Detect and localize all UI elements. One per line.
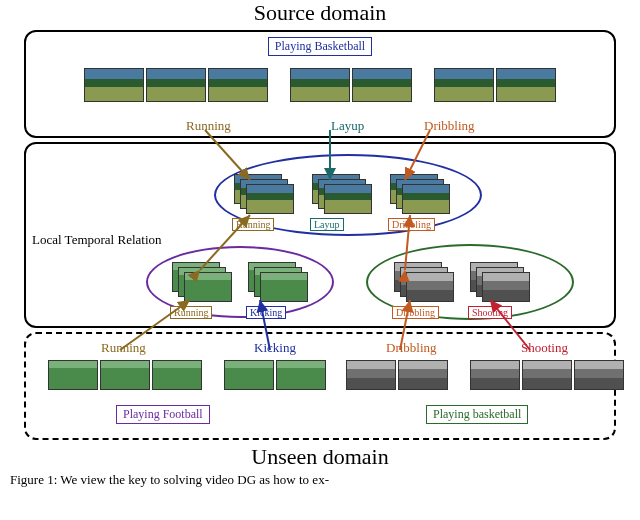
stack-running-fb [172, 262, 232, 302]
unseen-caption-right: Playing basketball [426, 405, 528, 424]
video-thumb [224, 360, 274, 390]
source-domain-title: Source domain [0, 0, 640, 26]
video-thumb [434, 68, 494, 102]
stack-shooting [470, 262, 530, 302]
stack-dribbling [390, 174, 450, 214]
caption-layup: Layup [310, 218, 344, 231]
stack-layup [312, 174, 372, 214]
caption-dribbling: Dribbling [392, 306, 439, 319]
caption-shooting: Shooting [468, 306, 512, 319]
figure-caption: Figure 1: We view the key to solving vid… [0, 470, 640, 488]
source-thumbs-running [84, 68, 268, 102]
video-thumb [276, 360, 326, 390]
unseen-caption-left: Playing Football [116, 405, 210, 424]
label-running: Running [101, 340, 146, 356]
source-domain-box: Playing Basketball Running Layup Dribbli… [24, 30, 616, 138]
caption-kicking: Kicking [246, 306, 286, 319]
source-thumbs-layup [290, 68, 412, 102]
side-label-local-temporal: Local Temporal Relation [32, 232, 162, 248]
group-left: Running Kicking [172, 262, 308, 320]
video-thumb [398, 360, 448, 390]
middle-box: Local Temporal Relation Running Layup Dr… [24, 142, 616, 328]
video-thumb [522, 360, 572, 390]
source-thumbs-row [26, 68, 614, 102]
video-thumb [574, 360, 624, 390]
video-thumb [352, 68, 412, 102]
video-thumb [208, 68, 268, 102]
caption-running: Running [232, 218, 274, 231]
unseen-domain-box: Running Kicking Dribbling Shooting Playi… [24, 332, 616, 440]
caption-running: Running [170, 306, 212, 319]
video-thumb [346, 360, 396, 390]
video-thumb [84, 68, 144, 102]
video-thumb [470, 360, 520, 390]
stack-dribbling-bb [394, 262, 454, 302]
video-thumb [290, 68, 350, 102]
stack-running [234, 174, 294, 214]
source-thumbs-dribbling [434, 68, 556, 102]
unseen-left-thumbs [48, 360, 326, 390]
label-running: Running [186, 118, 231, 134]
video-thumb [100, 360, 150, 390]
group-top: Running Layup Dribbling [234, 174, 450, 232]
video-thumb [496, 68, 556, 102]
label-dribbling: Dribbling [424, 118, 475, 134]
label-kicking: Kicking [254, 340, 296, 356]
caption-dribbling: Dribbling [388, 218, 435, 231]
label-dribbling: Dribbling [386, 340, 437, 356]
video-thumb [48, 360, 98, 390]
source-caption: Playing Basketball [268, 37, 372, 56]
video-thumb [146, 68, 206, 102]
video-thumb [152, 360, 202, 390]
unseen-right-thumbs [346, 360, 624, 390]
stack-kicking [248, 262, 308, 302]
group-right: Dribbling Shooting [394, 262, 530, 320]
label-layup: Layup [331, 118, 364, 134]
unseen-domain-title: Unseen domain [0, 444, 640, 470]
label-shooting: Shooting [521, 340, 568, 356]
